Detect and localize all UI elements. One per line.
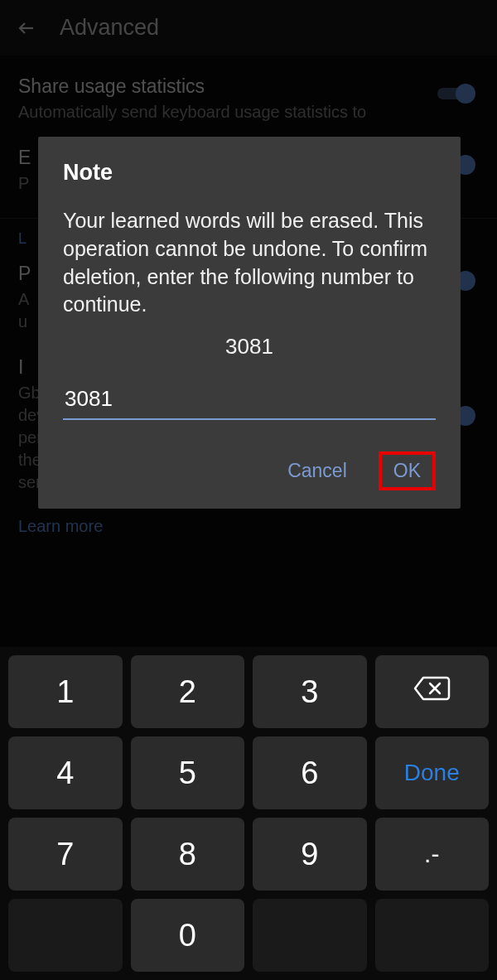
dialog-actions: Cancel OK [63, 451, 436, 490]
key-8[interactable]: 8 [131, 818, 245, 891]
key-3[interactable]: 3 [253, 655, 367, 728]
key-empty-left[interactable] [8, 899, 123, 972]
key-empty-right-2[interactable] [375, 899, 490, 972]
key-4[interactable]: 4 [8, 736, 123, 809]
numeric-keyboard: 1 2 3 4 5 6 Done 7 8 9 .- 0 [0, 647, 497, 980]
backspace-icon [412, 674, 451, 710]
key-5[interactable]: 5 [131, 736, 245, 809]
dialog-confirmation-number: 3081 [63, 334, 436, 360]
key-1[interactable]: 1 [8, 655, 123, 728]
key-7[interactable]: 7 [8, 818, 123, 891]
key-punct[interactable]: .- [375, 818, 490, 891]
cancel-button[interactable]: Cancel [279, 455, 355, 487]
dialog-title: Note [63, 160, 436, 186]
key-9[interactable]: 9 [253, 818, 367, 891]
key-done[interactable]: Done [375, 736, 490, 809]
key-6[interactable]: 6 [253, 736, 367, 809]
key-empty-right-1[interactable] [253, 899, 367, 972]
dialog-message: Your learned words will be erased. This … [63, 207, 436, 319]
confirm-dialog: Note Your learned words will be erased. … [38, 137, 461, 509]
key-0[interactable]: 0 [131, 899, 245, 972]
key-backspace[interactable] [375, 655, 490, 728]
key-2[interactable]: 2 [131, 655, 245, 728]
confirmation-input[interactable] [63, 383, 436, 420]
ok-button[interactable]: OK [379, 451, 436, 490]
